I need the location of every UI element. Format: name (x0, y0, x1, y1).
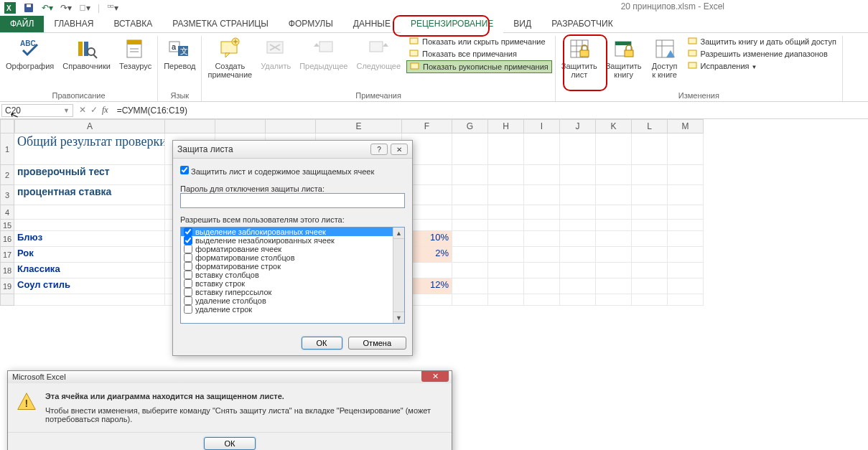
cell[interactable] (452, 133, 488, 165)
permission-item[interactable]: форматирование строк (181, 262, 404, 271)
cell[interactable] (632, 278, 668, 294)
column-header[interactable]: G (452, 119, 488, 133)
cell[interactable] (14, 294, 165, 306)
enter-formula-icon[interactable]: ✓ (90, 105, 98, 116)
cell[interactable] (632, 165, 668, 185)
cell[interactable] (560, 165, 596, 185)
permission-checkbox[interactable] (184, 279, 192, 288)
cell[interactable] (560, 220, 596, 231)
cell[interactable] (452, 247, 488, 263)
permission-item[interactable]: вставку столбцов (181, 271, 404, 279)
cell[interactable] (596, 165, 632, 185)
cell[interactable] (488, 231, 524, 247)
cell[interactable]: процентная ставка (14, 185, 165, 205)
cell[interactable] (488, 220, 524, 231)
permission-checkbox[interactable] (184, 296, 192, 305)
permission-item[interactable]: удаление столбцов (181, 296, 404, 305)
cell[interactable] (596, 263, 632, 278)
row-header[interactable]: 4 (0, 205, 14, 220)
cell[interactable] (668, 165, 704, 185)
cell[interactable] (668, 263, 704, 278)
cell[interactable] (452, 205, 488, 220)
tab-данные[interactable]: ДАННЫЕ (343, 16, 401, 32)
разрешить-изменение-диапазонов-button[interactable]: Разрешить изменение диапазонов (685, 48, 839, 60)
cell[interactable] (488, 165, 524, 185)
cell[interactable] (560, 133, 596, 165)
cell[interactable] (488, 185, 524, 205)
cell[interactable] (452, 278, 488, 294)
permission-item[interactable]: выделение незаблокированных ячеек (181, 236, 404, 245)
показать-все-примечания-button[interactable]: Показать все примечания (406, 48, 552, 60)
доступ-к-книге-button[interactable]: Доступк книге (648, 36, 682, 80)
row-header[interactable]: 17 (0, 247, 14, 263)
cell[interactable] (14, 205, 165, 220)
cell[interactable] (632, 185, 668, 205)
fx-icon[interactable]: fx (102, 105, 108, 116)
cancel-formula-icon[interactable]: ✕ (79, 105, 86, 116)
cell[interactable] (596, 185, 632, 205)
column-header[interactable]: F (402, 119, 452, 133)
cell[interactable] (524, 205, 560, 220)
formula-input[interactable]: =СУММ(C16:C19) (113, 104, 868, 117)
spreadsheet-grid[interactable]: AEFGHIJKLM 1Общий результат проверки2про… (0, 119, 868, 306)
cell[interactable]: Рок (14, 247, 165, 263)
column-header[interactable] (165, 119, 215, 133)
cell[interactable] (488, 133, 524, 165)
cell[interactable] (524, 185, 560, 205)
column-header[interactable]: M (668, 119, 704, 133)
dialog-titlebar[interactable]: Защита листа ? ✕ (173, 141, 412, 159)
cell[interactable] (452, 231, 488, 247)
cell[interactable] (668, 231, 704, 247)
tab-формулы[interactable]: ФОРМУЛЫ (279, 16, 343, 32)
column-header[interactable]: L (632, 119, 668, 133)
cell[interactable] (668, 133, 704, 165)
protect-checkbox[interactable] (180, 166, 189, 174)
row-header[interactable]: 19 (0, 278, 14, 294)
save-icon[interactable] (23, 2, 34, 14)
password-input[interactable] (180, 193, 405, 208)
permission-checkbox[interactable] (184, 305, 192, 306)
permission-checkbox[interactable] (184, 245, 192, 253)
cell[interactable] (632, 205, 668, 220)
показать-рукописные-примечания-button[interactable]: Показать рукописные примечания (406, 60, 552, 73)
cell[interactable] (452, 263, 488, 278)
permission-checkbox[interactable] (184, 271, 192, 279)
permission-checkbox[interactable] (184, 262, 192, 271)
permission-checkbox[interactable] (184, 236, 192, 245)
permission-item[interactable]: форматирование столбцов (181, 253, 404, 262)
cell[interactable] (632, 247, 668, 263)
cell[interactable] (632, 294, 668, 306)
column-header[interactable]: E (316, 119, 402, 133)
row-header[interactable]: 3 (0, 185, 14, 205)
row-header[interactable]: 18 (0, 263, 14, 278)
cell[interactable] (596, 133, 632, 165)
cell[interactable] (560, 278, 596, 294)
permission-checkbox[interactable] (184, 253, 192, 262)
защитить-лист-button[interactable]: Защититьлист (559, 36, 600, 80)
исправления-button[interactable]: Исправления ▼ (685, 60, 839, 72)
cell[interactable] (524, 133, 560, 165)
column-header[interactable]: I (524, 119, 560, 133)
cell[interactable] (668, 185, 704, 205)
cell[interactable] (524, 220, 560, 231)
tab-вид[interactable]: ВИД (503, 16, 541, 32)
cell[interactable] (452, 185, 488, 205)
cell[interactable] (632, 133, 668, 165)
permission-item[interactable]: вставку гиперссылок (181, 288, 404, 296)
column-header[interactable]: K (596, 119, 632, 133)
row-header[interactable]: 2 (0, 165, 14, 185)
cell[interactable] (452, 294, 488, 306)
cell[interactable] (524, 294, 560, 306)
cell[interactable] (488, 247, 524, 263)
column-header[interactable]: A (14, 119, 165, 133)
tab-вставка[interactable]: ВСТАВКА (103, 16, 162, 32)
cell[interactable] (668, 220, 704, 231)
undo-icon[interactable]: ↶▾ (42, 2, 53, 14)
row-header[interactable]: 15 (0, 220, 14, 231)
cell[interactable]: Классика (14, 263, 165, 278)
cell[interactable] (488, 278, 524, 294)
cell[interactable] (524, 247, 560, 263)
view-mode-icon[interactable]: ▾ (107, 2, 118, 14)
scroll-up-icon[interactable]: ▲ (393, 228, 404, 239)
cell[interactable] (596, 278, 632, 294)
